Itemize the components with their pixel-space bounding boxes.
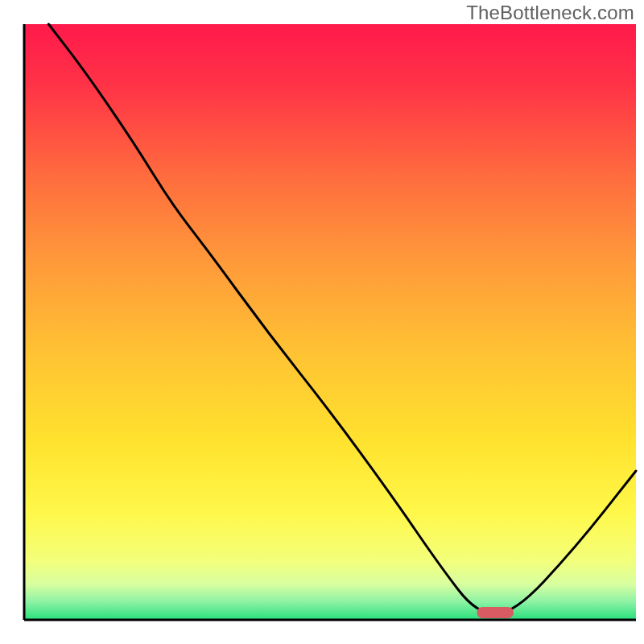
- bottleneck-marker: [477, 607, 514, 618]
- chart-container: TheBottleneck.com: [0, 0, 644, 644]
- bottleneck-chart: [0, 0, 644, 644]
- chart-background: [24, 24, 636, 620]
- watermark-text: TheBottleneck.com: [466, 2, 634, 24]
